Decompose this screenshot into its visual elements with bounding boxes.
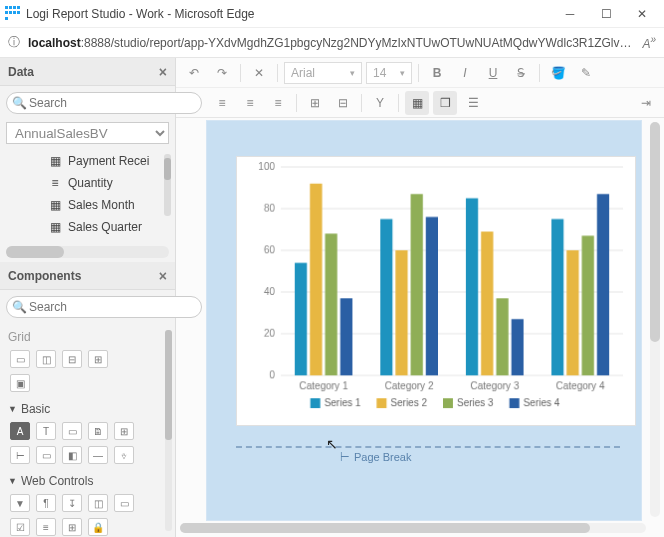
field-item[interactable]: ≡ Quantity	[0, 172, 175, 194]
doc-icon[interactable]: 🗎	[88, 422, 108, 440]
data-search-input[interactable]	[6, 92, 202, 114]
group-web-controls[interactable]: ▼Web Controls	[6, 468, 169, 492]
components-panel-header: Components ×	[0, 262, 175, 290]
line-icon[interactable]: —	[88, 446, 108, 464]
pagebreak-icon[interactable]: ⊢	[10, 446, 30, 464]
editor-area: ↶ ↷ ✕ Arial▾ 14▾ B I U S̶ 🪣 ✎ ≡ ≡ ≡ ≡ ⊞ …	[176, 58, 664, 537]
report-canvas[interactable]: ⊢Page Break ↖	[176, 118, 664, 537]
merge-button[interactable]: ⊞	[303, 91, 327, 115]
checkbox-icon[interactable]: ☑	[10, 518, 30, 536]
pagebreak-icon: ⊢	[340, 450, 350, 464]
data-tree-hscroll[interactable]	[6, 246, 169, 258]
left-sidebar: Data × 🔍 ••• AnnualSalesBV ▦ Payment Rec…	[0, 58, 176, 537]
components-search-input[interactable]	[6, 296, 202, 318]
strike-button[interactable]: S̶	[509, 61, 533, 85]
image-icon[interactable]: ▭	[62, 422, 82, 440]
field-label: Sales Quarter	[68, 220, 142, 234]
bgcolor-button[interactable]: 🪣	[546, 61, 570, 85]
view-list-button[interactable]: ☰	[461, 91, 485, 115]
table-icon[interactable]: ⊞	[114, 422, 134, 440]
bold-button[interactable]: B	[425, 61, 449, 85]
close-data-panel-icon[interactable]: ×	[159, 64, 167, 80]
grid-header-icon[interactable]: ⊟	[62, 350, 82, 368]
page-break-marker[interactable]: ⊢Page Break	[236, 446, 620, 448]
dataset-select[interactable]: AnnualSalesBV	[6, 122, 169, 144]
grid-panel-icon[interactable]: ◫	[36, 350, 56, 368]
remove-button[interactable]: ✕	[247, 61, 271, 85]
nav-icon[interactable]: ≡	[36, 518, 56, 536]
window-titlebar: Logi Report Studio - Work - Microsoft Ed…	[0, 0, 664, 28]
font-size-select[interactable]: 14▾	[366, 62, 412, 84]
gamma-button[interactable]: Y	[368, 91, 392, 115]
view-3d-button[interactable]: ❒	[433, 91, 457, 115]
table-icon: ▦	[48, 198, 62, 212]
redo-button[interactable]: ↷	[210, 61, 234, 85]
field-item[interactable]: ▦ Payment Recei	[0, 150, 175, 172]
select-icon[interactable]: ▭	[114, 494, 134, 512]
sort-icon[interactable]: ↧	[62, 494, 82, 512]
canvas-hscrollbar[interactable]	[180, 523, 646, 533]
maximize-button[interactable]: ☐	[588, 0, 624, 27]
align-right-button[interactable]: ≡	[238, 91, 262, 115]
export-button[interactable]: ⇥	[634, 91, 658, 115]
widget-icon[interactable]: ◫	[88, 494, 108, 512]
field-item[interactable]: ▦ Sales Month	[0, 194, 175, 216]
read-aloud-icon[interactable]: A»	[642, 34, 656, 51]
view-grid-button[interactable]: ▦	[405, 91, 429, 115]
split-button[interactable]: ⊟	[331, 91, 355, 115]
toolbar-primary: ↶ ↷ ✕ Arial▾ 14▾ B I U S̶ 🪣 ✎	[176, 58, 664, 88]
field-label: Quantity	[68, 176, 113, 190]
grid-misc-icon[interactable]: ▣	[10, 374, 30, 392]
undo-button[interactable]: ↶	[182, 61, 206, 85]
data-panel-header: Data ×	[0, 58, 175, 86]
minimize-button[interactable]: ─	[552, 0, 588, 27]
group-basic[interactable]: ▼Basic	[6, 396, 169, 420]
site-info-icon[interactable]: ⓘ	[8, 34, 20, 51]
filter-icon[interactable]: ▼	[10, 494, 30, 512]
toolbar-secondary: ≡ ≡ ≡ ≡ ⊞ ⊟ Y ▦ ❒ ☰ ⇥	[176, 88, 664, 118]
data-field-tree: ▦ Payment Recei ≡ Quantity ▦ Sales Month…	[0, 150, 175, 246]
field-label: Payment Recei	[68, 154, 149, 168]
grid-cell-icon[interactable]: ▭	[10, 350, 30, 368]
data-panel-title: Data	[8, 65, 34, 79]
paragraph-icon[interactable]: ¶	[36, 494, 56, 512]
close-components-panel-icon[interactable]: ×	[159, 268, 167, 284]
close-window-button[interactable]: ✕	[624, 0, 660, 27]
app-icon	[4, 6, 20, 22]
data-tree-scrollbar[interactable]	[164, 154, 171, 216]
group-icon[interactable]: ⊞	[62, 518, 82, 536]
lock-icon[interactable]: 🔒	[88, 518, 108, 536]
group-grid[interactable]: Grid	[6, 324, 169, 348]
search-icon: 🔍	[12, 300, 27, 314]
grid-tab-icon[interactable]: ⊞	[88, 350, 108, 368]
list-icon: ≡	[48, 176, 62, 190]
text-field-icon[interactable]: T	[36, 422, 56, 440]
components-panel-title: Components	[8, 269, 81, 283]
field-item[interactable]: ▦ Sales Quarter	[0, 216, 175, 238]
pagebreak-label: Page Break	[354, 450, 411, 464]
font-family-select[interactable]: Arial▾	[284, 62, 362, 84]
text-label-icon[interactable]: A	[10, 422, 30, 440]
browser-address-bar: ⓘ localhost:8888/studio/report/app-YXdvM…	[0, 28, 664, 58]
url-text[interactable]: localhost:8888/studio/report/app-YXdvMgd…	[28, 36, 634, 50]
chart-component[interactable]	[236, 156, 636, 426]
fgcolor-button[interactable]: ✎	[574, 61, 598, 85]
italic-button[interactable]: I	[453, 61, 477, 85]
anchor-icon[interactable]: ⎀	[114, 446, 134, 464]
window-icon[interactable]: ▭	[36, 446, 56, 464]
table-icon: ▦	[48, 154, 62, 168]
field-label: Sales Month	[68, 198, 135, 212]
panel-icon[interactable]: ◧	[62, 446, 82, 464]
underline-button[interactable]: U	[481, 61, 505, 85]
align-center-button[interactable]: ≡	[210, 91, 234, 115]
mouse-cursor-icon: ↖	[326, 436, 338, 452]
canvas-vscrollbar[interactable]	[650, 122, 660, 517]
window-title: Logi Report Studio - Work - Microsoft Ed…	[26, 7, 552, 21]
table-icon: ▦	[48, 220, 62, 234]
components-scrollbar[interactable]	[165, 330, 172, 531]
search-icon: 🔍	[12, 96, 27, 110]
align-justify-button[interactable]: ≡	[266, 91, 290, 115]
